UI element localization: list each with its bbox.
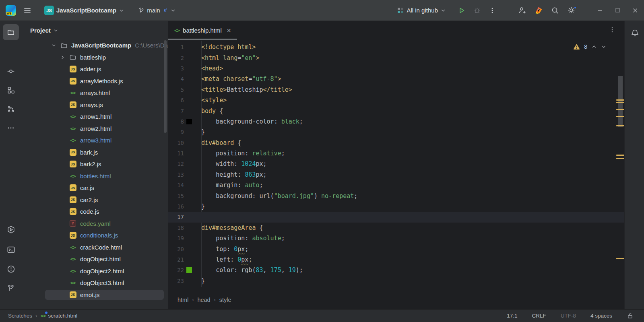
warning-stripe-mark[interactable] (616, 158, 624, 159)
code-line-5[interactable]: 5<title>Battleship</title> (168, 85, 624, 95)
tree-item-crackcode-html[interactable]: <>crackCode.html (22, 242, 168, 254)
tree-item-dogobject-html[interactable]: <>dogObject.html (22, 253, 168, 265)
project-tree-scrollbar[interactable] (164, 40, 167, 133)
tab-battleship-html[interactable]: <> battleship.html ✕ (168, 21, 237, 40)
code-editor[interactable]: 8 1<!doctype html>2<html lang="en">3<hea… (168, 41, 624, 295)
git-tool-button[interactable] (3, 280, 19, 296)
tree-item-arrays-html[interactable]: <>arrays.html (22, 87, 168, 99)
code-with-me-button[interactable] (515, 4, 529, 17)
status-path-root[interactable]: Scratches (8, 313, 32, 319)
tree-item-arraymethods-js[interactable]: JSarrayMethods.js (22, 75, 168, 87)
project-tool-button[interactable] (3, 24, 19, 40)
tree-item-bark2-js[interactable]: JSbark2.js (22, 158, 168, 170)
code-line-21[interactable]: 21 left: 0px; (168, 254, 624, 265)
code-line-20[interactable]: 20 top: 0px; (168, 244, 624, 254)
tree-item-arrow3-html[interactable]: <>arrow3.html (22, 134, 168, 147)
run-button[interactable] (455, 4, 469, 17)
close-window-button[interactable] (626, 0, 644, 21)
main-menu-button[interactable] (20, 4, 35, 17)
code-line-3[interactable]: 3<head> (168, 63, 624, 74)
warning-stripe-mark[interactable] (616, 125, 624, 126)
editor-options-kebab[interactable] (609, 27, 615, 33)
more-actions-button[interactable] (486, 4, 499, 17)
html-icon: <> (68, 173, 78, 179)
tree-item-battleship[interactable]: battleship (22, 52, 168, 64)
unlock-icon[interactable] (627, 312, 634, 319)
chevron-right-icon[interactable] (57, 55, 68, 60)
breadcrumb-html[interactable]: html (178, 297, 188, 303)
status-path-file[interactable]: <> scratch.html (41, 313, 78, 319)
pull-requests-tool-button[interactable] (3, 101, 19, 117)
breadcrumb-style[interactable]: style (219, 297, 231, 303)
commit-tool-button[interactable] (3, 63, 19, 79)
terminal-tool-button[interactable] (3, 242, 19, 258)
code-line-15[interactable]: 15 background: url("board.jpg") no-repea… (168, 190, 624, 201)
code-line-14[interactable]: 14 margin: auto; (168, 180, 624, 190)
tree-item-emot-js[interactable]: JSemot.js (22, 289, 168, 301)
tree-item-arrow2-html[interactable]: <>arrow2.html (22, 123, 168, 135)
settings-notification-dot (574, 6, 577, 9)
tree-item-bark-js[interactable]: JSbark.js (22, 147, 168, 159)
tree-item-adder-js[interactable]: JSadder.js (22, 63, 168, 75)
maximize-button[interactable] (609, 0, 626, 21)
chevron-down-icon[interactable] (48, 43, 59, 48)
html-icon: <> (68, 137, 78, 143)
code-line-16[interactable]: 16} (168, 201, 624, 212)
warning-stripe-mark[interactable] (616, 258, 624, 259)
problems-tool-button[interactable] (3, 261, 19, 277)
breadcrumb-head[interactable]: head (197, 297, 210, 303)
settings-button[interactable] (564, 4, 579, 17)
project-widget[interactable]: JS JavaScriptBootcamp (41, 4, 128, 17)
code-line-6[interactable]: 6<style> (168, 95, 624, 105)
warning-stripe-mark[interactable] (616, 109, 624, 110)
file-encoding[interactable]: UTF-8 (561, 313, 576, 319)
code-line-19[interactable]: 19 position: absolute; (168, 233, 624, 244)
code-line-7[interactable]: 7body { (168, 105, 624, 116)
structure-tool-button[interactable] (3, 82, 19, 98)
code-line-11[interactable]: 11 position: relative; (168, 148, 624, 159)
code-line-17[interactable]: 17 (168, 212, 624, 222)
indent-setting[interactable]: 4 spaces (590, 313, 612, 319)
tree-item-bottles-html[interactable]: <>bottles.html (22, 170, 168, 182)
code-line-18[interactable]: 18div#messageArea { (168, 223, 624, 233)
code-line-13[interactable]: 13 height: 863px; (168, 169, 624, 180)
code-line-4[interactable]: 4<meta charset="utf-8"> (168, 74, 624, 84)
tree-item-dogobject3-html[interactable]: <>dogObject3.html (22, 277, 168, 289)
vcs-branch-widget[interactable]: main (135, 4, 179, 17)
tree-item-dogobject2-html[interactable]: <>dogObject2.html (22, 265, 168, 277)
line-number: 15 (168, 193, 184, 199)
project-panel-header[interactable]: Project (22, 21, 168, 38)
debug-button[interactable] (470, 4, 484, 17)
more-tool-windows-button[interactable] (3, 120, 19, 136)
close-tab-icon[interactable]: ✕ (227, 27, 231, 34)
tree-item-codes-yaml[interactable]: Ycodes.yaml (22, 218, 168, 230)
tree-item-car2-js[interactable]: JScar2.js (22, 194, 168, 206)
tree-item-arrays-js[interactable]: JSarrays.js (22, 99, 168, 111)
code-line-2[interactable]: 2<html lang="en"> (168, 52, 624, 63)
warning-stripe-mark[interactable] (616, 99, 624, 101)
code-line-23[interactable]: 23} (168, 276, 624, 286)
warning-stripe-mark[interactable] (616, 102, 624, 103)
tree-item-conditionals-js[interactable]: JSconditionals.js (22, 229, 168, 242)
code-line-22[interactable]: 22 color: rgb(83, 175, 19); (168, 265, 624, 275)
code-line-10[interactable]: 10div#board { (168, 138, 624, 148)
code-line-1[interactable]: 1<!doctype html> (168, 42, 624, 52)
code-line-9[interactable]: 9} (168, 127, 624, 137)
notifications-button[interactable] (627, 25, 643, 41)
warning-stripe-mark[interactable] (616, 155, 624, 156)
warning-stripe-mark[interactable] (616, 116, 624, 117)
js-icon: JS (68, 232, 78, 239)
code-line-12[interactable]: 12 width: 1024px; (168, 159, 624, 169)
ai-assistant-button[interactable] (531, 4, 546, 17)
services-tool-button[interactable] (3, 221, 19, 237)
tree-item-javascriptbootcamp[interactable]: JavaScriptBootcampC:\Users\David (22, 39, 168, 52)
tree-item-car-js[interactable]: JScar.js (22, 182, 168, 194)
tree-item-arrow1-html[interactable]: <>arrow1.html (22, 111, 168, 123)
tree-item-code-js[interactable]: JScode.js (22, 206, 168, 218)
caret-position[interactable]: 17:1 (507, 313, 517, 319)
code-line-8[interactable]: 8 background-color: black; (168, 116, 624, 127)
minimize-button[interactable] (591, 0, 609, 21)
line-ending[interactable]: CRLF (532, 313, 546, 319)
run-configuration-selector[interactable]: All in github (394, 4, 449, 17)
search-everywhere-button[interactable] (548, 4, 562, 17)
